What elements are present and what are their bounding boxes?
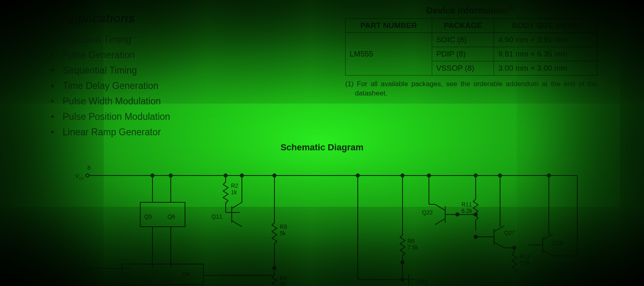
cell-body-size: 9.81 mm × 6.35 mm [494, 47, 597, 61]
svg-point-89 [474, 212, 478, 217]
device-info-table: PART NUMBER PACKAGE BODY SIZE (NOM) LM55… [345, 18, 597, 76]
resistor-r11: R11 6.2k [461, 176, 478, 231]
threshold-input: THRESHOLD 6 Q1 Q2 Q3 Q4 1(2/3 V [49, 259, 276, 286]
table-row: LM555 SOIC (8) 4.90 mm × 3.91 mm [346, 33, 597, 47]
svg-point-33 [169, 173, 173, 178]
list-item: Linear Ramp Generator [49, 124, 599, 140]
svg-text:1k: 1k [231, 189, 237, 195]
bullet-icon [51, 100, 54, 102]
svg-point-91 [356, 173, 360, 178]
svg-text:5k: 5k [280, 230, 286, 236]
transistor-q28: Q28 [529, 176, 577, 256]
svg-text:6: 6 [83, 259, 87, 265]
svg-line-49 [435, 204, 445, 210]
svg-point-93 [400, 277, 405, 282]
col-body-size: BODY SIZE (NOM) [494, 19, 597, 33]
bullet-icon [51, 115, 54, 118]
svg-line-50 [435, 219, 445, 225]
transistor-q27: Q27 [474, 176, 516, 250]
svg-point-45 [240, 173, 244, 178]
svg-text:3.9k: 3.9k [520, 260, 531, 266]
bullet-icon [51, 54, 54, 56]
section-title: Applications [62, 11, 135, 25]
transistor-q5-q6: Q5 Q6 [140, 173, 185, 267]
list-item-label: Precision Timing [63, 32, 131, 47]
cell-body-size: 4.90 mm × 3.91 mm [494, 33, 597, 47]
caption-text: Device Information [426, 5, 507, 15]
svg-text:Q4: Q4 [182, 271, 190, 277]
bullet-icon [51, 38, 54, 41]
col-part-number: PART NUMBER [346, 19, 432, 33]
svg-point-63 [512, 246, 516, 250]
svg-point-86 [400, 260, 405, 264]
list-item-label: Pulse Position Modulation [63, 109, 170, 124]
vcc-label: VCC [75, 173, 85, 180]
svg-text:Q22: Q22 [422, 209, 433, 216]
cell-body-size: 3.00 mm × 3.00 mm [494, 61, 597, 76]
svg-text:R12: R12 [520, 253, 530, 260]
svg-text:Q1: Q1 [124, 271, 132, 277]
svg-text:THRESHOLD: THRESHOLD [49, 266, 85, 273]
svg-text:Q28: Q28 [552, 240, 563, 246]
svg-text:Q5: Q5 [144, 213, 152, 220]
svg-point-81 [272, 266, 276, 270]
device-info-footnote: (1) For all available packages, see the … [345, 80, 597, 98]
cell-part-number: LM555 [346, 33, 432, 76]
bullet-icon [51, 131, 54, 133]
svg-text:1(2/3 V: 1(2/3 V [69, 281, 88, 286]
list-item-label: Linear Ramp Generator [63, 124, 161, 140]
svg-text:R3: R3 [280, 223, 287, 230]
device-information: Device Information(1) PART NUMBER PACKAG… [345, 3, 597, 98]
section-number: 2 [45, 11, 52, 25]
bullet-icon [51, 84, 54, 87]
svg-text:Q3: Q3 [162, 277, 170, 284]
svg-text:Q11: Q11 [211, 213, 222, 220]
svg-point-60 [474, 235, 478, 239]
resistor-r4: R4 5k [272, 271, 287, 286]
transistor-q21: Q21 [402, 275, 428, 286]
list-item-label: Time Delay Generation [63, 78, 159, 93]
svg-text:7.5k: 7.5k [407, 244, 418, 251]
svg-line-42 [232, 202, 242, 208]
list-item-label: Sequential Timing [63, 63, 137, 78]
device-info-caption: Device Information(1) [345, 3, 597, 16]
list-item-label: Pulse Width Modulation [63, 93, 161, 109]
cell-package: SOIC (8) [432, 33, 494, 47]
svg-text:Q2: Q2 [143, 277, 151, 284]
svg-text:5k: 5k [280, 281, 286, 286]
threshold-terminal-icon [86, 267, 89, 270]
schematic-diagram: VCC 8 R2 1k R11 6.2k [49, 162, 594, 286]
resistor-r3: R3 5k [272, 176, 287, 267]
svg-line-58 [494, 242, 504, 248]
svg-text:R11: R11 [461, 201, 472, 208]
svg-line-66 [543, 234, 553, 240]
svg-line-67 [543, 250, 553, 256]
list-item-label: Pulse Generation [63, 47, 135, 63]
svg-text:Q6: Q6 [168, 213, 175, 220]
schematic-diagram-title: Schematic Diagram [0, 142, 644, 153]
resistor-r12: R12 3.9k [512, 247, 531, 273]
svg-text:R6: R6 [407, 238, 415, 244]
col-package: PACKAGE [432, 19, 494, 33]
cell-package: VSSOP (8) [432, 61, 494, 76]
vcc-terminal-icon [86, 174, 89, 177]
cell-package: PDIP (8) [432, 47, 494, 61]
bullet-icon [51, 69, 54, 72]
svg-text:6.2k: 6.2k [461, 208, 472, 214]
svg-line-43 [232, 221, 242, 227]
svg-text:Q27: Q27 [504, 230, 515, 236]
transistor-q22: Q22 [422, 176, 457, 225]
list-item: Pulse Position Modulation [49, 109, 599, 124]
caption-note: (1) [507, 3, 516, 12]
svg-text:R2: R2 [231, 182, 238, 189]
svg-line-57 [494, 226, 504, 232]
pin8-label: 8 [87, 165, 91, 171]
resistor-r2: R2 1k [223, 176, 238, 212]
svg-text:Q21: Q21 [417, 278, 428, 285]
